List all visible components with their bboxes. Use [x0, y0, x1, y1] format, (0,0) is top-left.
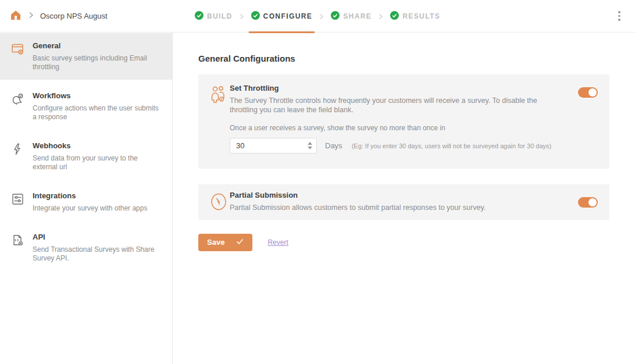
sidebar-item-description: Send data from your survey to the extern…: [33, 154, 160, 172]
actions-row: Save Revert: [198, 234, 609, 251]
breadcrumb: Oscorp NPS August: [9, 10, 108, 23]
check-circle-icon: [251, 11, 260, 22]
sidebar-item-label: API: [33, 233, 160, 242]
survey-title: Oscorp NPS August: [40, 12, 108, 20]
step-label: CONFIGURE: [263, 12, 313, 20]
sidebar-item-description: Integrate your survey with other apps: [33, 204, 147, 213]
step-build[interactable]: BUILD: [195, 0, 233, 33]
kebab-menu-icon[interactable]: [614, 10, 625, 23]
setting-description: The Survey Throttle controls how frequen…: [230, 96, 566, 115]
check-circle-icon: [331, 11, 340, 22]
setting-description: Partial Submission allows customers to s…: [230, 203, 566, 212]
partial-submission-toggle[interactable]: [578, 197, 598, 208]
sidebar-item-label: Workflows: [33, 91, 160, 101]
revert-link[interactable]: Revert: [267, 238, 288, 247]
setting-title: Partial Submission: [230, 191, 566, 200]
save-button-label: Save: [207, 238, 224, 247]
step-label: BUILD: [207, 12, 233, 20]
throttle-prompt: Once a user receives a survey, show the …: [230, 124, 598, 133]
setting-title: Set Throttling: [230, 84, 566, 93]
check-icon: [236, 238, 244, 247]
sidebar-item-description: Configure actions when the user submits …: [33, 104, 160, 122]
chevron-right-icon: [379, 13, 383, 20]
number-stepper: [306, 140, 314, 152]
toggle-knob: [588, 88, 597, 97]
progress-stepper: BUILD CONFIGURE SHARE RESULTS: [195, 0, 440, 33]
sidebar-item-label: Webhooks: [33, 141, 160, 151]
home-icon: [10, 9, 22, 23]
top-header: Oscorp NPS August BUILD CONFIGURE SHARE: [0, 0, 635, 33]
step-share[interactable]: SHARE: [331, 0, 372, 33]
home-button[interactable]: [9, 10, 22, 23]
chevron-right-icon: [28, 12, 34, 20]
sidebar-item-integrations[interactable]: Integrations Integrate your survey with …: [0, 183, 172, 221]
days-unit-label: Days: [325, 141, 343, 150]
save-button[interactable]: Save: [198, 234, 252, 251]
main-content: General Configurations Set Throttling Th…: [173, 33, 635, 364]
sidebar-item-description: Basic survey settings including Email th…: [33, 54, 160, 72]
chevron-right-icon: [240, 13, 244, 20]
toggle-knob: [588, 198, 597, 206]
step-label: RESULTS: [402, 12, 440, 20]
check-circle-icon: [390, 11, 399, 22]
step-label: SHARE: [343, 12, 372, 20]
clock-icon: [210, 191, 230, 213]
throttling-toggle[interactable]: [578, 87, 598, 98]
sidebar-item-webhooks[interactable]: Webhooks Send data from your survey to t…: [0, 133, 172, 180]
step-configure[interactable]: CONFIGURE: [251, 0, 313, 33]
chevron-right-icon: [319, 13, 324, 20]
throttling-card: Set Throttling The Survey Throttle contr…: [198, 74, 609, 169]
settings-sidebar: General Basic survey settings including …: [0, 33, 173, 364]
bell-check-icon: [10, 91, 33, 122]
sidebar-item-workflows[interactable]: Workflows Configure actions when the use…: [0, 83, 172, 130]
sidebar-item-label: Integrations: [33, 191, 147, 201]
users-check-icon: [210, 84, 230, 105]
step-results[interactable]: RESULTS: [390, 0, 440, 33]
sidebar-item-label: General: [33, 41, 160, 51]
stepper-down-icon[interactable]: [308, 147, 312, 149]
window-gear-icon: [10, 41, 33, 72]
page-title: General Configurations: [198, 53, 609, 64]
sidebar-item-description: Send Transactional Surveys with Share Su…: [33, 245, 160, 263]
throttle-hint: (Eg: If you enter 30 days, users will no…: [352, 142, 552, 149]
sidebar-item-api[interactable]: API Send Transactional Surveys with Shar…: [0, 224, 172, 271]
sidebar-item-general[interactable]: General Basic survey settings including …: [0, 33, 172, 80]
lightning-icon: [10, 141, 33, 172]
stepper-up-icon[interactable]: [308, 142, 312, 145]
check-circle-icon: [195, 11, 204, 22]
document-code-gear-icon: [10, 233, 33, 263]
partial-submission-card: Partial Submission Partial Submission al…: [198, 184, 609, 220]
throttle-days-input[interactable]: [230, 138, 317, 154]
sliders-icon: [10, 191, 33, 213]
